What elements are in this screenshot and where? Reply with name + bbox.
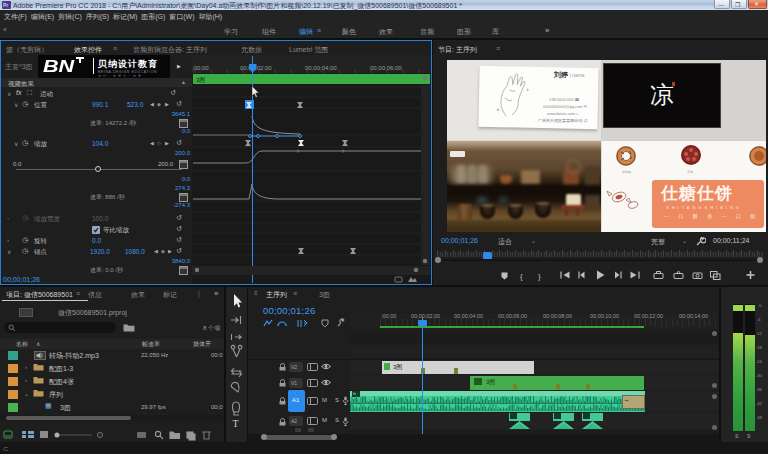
svg-text:3图: 3图 (196, 77, 205, 84)
svg-text:00;00;04;00: 00;00;04;00 (305, 65, 337, 71)
svg-text:}: } (538, 272, 541, 281)
svg-text:T: T (233, 418, 239, 429)
svg-text:甜甜圈: 甜甜圈 (622, 170, 631, 174)
svg-text:00;00;06;00: 00;00;06;00 (370, 65, 402, 71)
svg-text:{: { (520, 272, 523, 281)
svg-text:花饼: 花饼 (687, 170, 693, 174)
svg-text:;00;00: ;00;00 (192, 65, 209, 71)
